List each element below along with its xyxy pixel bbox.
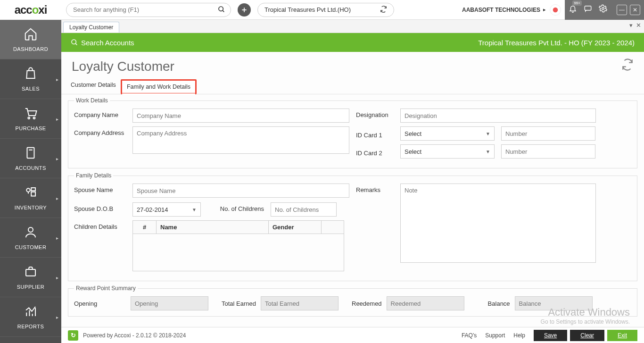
redeemed-input	[387, 296, 464, 310]
inventory-icon	[24, 185, 38, 203]
spouse-dob-picker[interactable]: 27-02-2014▼	[132, 202, 201, 217]
footer-logo-icon: ↻	[68, 330, 78, 341]
designation-label: Designation	[356, 109, 394, 118]
earned-input	[261, 296, 339, 310]
document-tabs: Loyalty Customer ▾ ✕	[61, 20, 644, 33]
work-legend: Work Details	[74, 97, 110, 104]
sidebar-item-dashboard[interactable]: DASHBOARD	[0, 20, 61, 59]
refresh-icon[interactable]	[380, 6, 387, 14]
svg-point-17	[26, 188, 30, 192]
sidebar-item-purchase[interactable]: PURCHASE ▸	[0, 99, 61, 139]
opening-input	[131, 296, 208, 310]
clear-button[interactable]: Clear	[570, 330, 604, 341]
spouse-dob-label: Spouse D.O.B	[74, 202, 126, 212]
search-accounts-button[interactable]: Search Accounts	[71, 39, 134, 47]
family-legend: Family Details	[74, 172, 113, 179]
id1-select[interactable]: Select▼	[400, 126, 495, 141]
bell-icon[interactable]: 99+	[569, 4, 577, 15]
company-name-label: Company Name	[74, 109, 126, 118]
remarks-textarea[interactable]	[400, 184, 596, 263]
tab-family-work-details[interactable]: Family and Work Details	[121, 79, 197, 94]
user-company-label: AABASOFT TECHNOLOGIES	[462, 7, 540, 13]
sync-icon[interactable]	[621, 59, 634, 74]
balance-input	[515, 296, 593, 310]
exit-button[interactable]: Exit	[607, 330, 637, 341]
dropdown-icon[interactable]: ▸	[543, 7, 546, 13]
svg-point-7	[28, 117, 30, 119]
family-details-group: Family Details Spouse Name Remarks Spous…	[68, 172, 637, 281]
company-selected: Tropical Treasures Pvt Ltd.(HO)	[264, 6, 351, 13]
fiscal-year-label: Tropical Treasures Pvt Ltd. - HO (FY 202…	[478, 39, 635, 47]
gear-icon[interactable]	[599, 4, 607, 15]
company-selector[interactable]: Tropical Treasures Pvt Ltd.(HO)	[257, 3, 394, 17]
redeemed-label: Reedemed	[352, 300, 382, 307]
chevron-right-icon: ▸	[56, 275, 58, 280]
minimize-button[interactable]: —	[617, 5, 627, 15]
tab-controls[interactable]: ▾ ✕	[629, 22, 641, 29]
svg-point-4	[553, 7, 558, 12]
col-index: #	[133, 221, 157, 234]
footer: ↻ Powered by Accoxi - 2.0.12 © 2018-2024…	[61, 327, 644, 343]
children-details-label: Children Details	[74, 220, 126, 230]
id2-number-input[interactable]	[501, 144, 595, 159]
svg-rect-21	[26, 269, 35, 276]
chevron-right-icon: ▸	[56, 156, 58, 161]
sidebar-item-reports[interactable]: REPORTS ▸	[0, 297, 61, 337]
sidebar-item-supplier[interactable]: SUPPLIER ▸	[0, 258, 61, 297]
designation-input[interactable]	[400, 109, 596, 123]
user-icon	[24, 225, 38, 243]
id2-select[interactable]: Select▼	[400, 144, 495, 159]
support-link[interactable]: Support	[485, 332, 505, 339]
reward-summary-group: Reward Point Summary Opening Total Earne…	[68, 285, 637, 317]
children-grid: # Name Gender	[132, 220, 344, 271]
id1-number-input[interactable]	[501, 126, 595, 141]
global-search[interactable]	[66, 3, 231, 17]
tab-customer-details[interactable]: Customer Details	[66, 79, 121, 94]
svg-point-26	[72, 40, 76, 44]
tab-loyalty-customer[interactable]: Loyalty Customer	[63, 22, 119, 33]
sidebar-item-sales[interactable]: SALES ▸	[0, 59, 61, 99]
help-link[interactable]: Help	[513, 332, 525, 339]
faqs-link[interactable]: FAQ's	[462, 332, 477, 339]
company-address-input[interactable]	[132, 126, 349, 154]
children-count-input[interactable]	[271, 202, 337, 217]
svg-point-6	[602, 8, 604, 10]
page-title: Loyalty Customer	[72, 59, 174, 74]
chevron-down-icon: ▼	[486, 149, 490, 154]
inner-tabs: Customer Details Family and Work Details	[61, 79, 644, 94]
chevron-right-icon: ▸	[56, 235, 58, 240]
svg-point-20	[28, 227, 33, 232]
reward-legend: Reward Point Summary	[74, 285, 138, 292]
grid-body[interactable]	[133, 234, 344, 271]
sidebar-item-accounts[interactable]: ACCOUNTS ▸	[0, 139, 61, 178]
company-name-input[interactable]	[132, 109, 349, 123]
chat-icon[interactable]	[584, 4, 592, 15]
work-details-group: Work Details Company Name Designation Co…	[68, 97, 637, 168]
id2-label: ID Card 2	[356, 147, 394, 157]
footer-text: Powered by Accoxi - 2.0.12 © 2018-2024	[83, 332, 186, 339]
col-gender: Gender	[269, 221, 322, 234]
chart-icon	[24, 304, 38, 322]
sidebar-item-customer[interactable]: CUSTOMER ▸	[0, 218, 61, 258]
sidebar-item-inventory[interactable]: INVENTORY ▸	[0, 178, 61, 218]
sidebar: DASHBOARD SALES ▸ PURCHASE ▸ ACCOUNTS ▸ …	[0, 20, 61, 343]
context-bar: Search Accounts Tropical Treasures Pvt L…	[61, 33, 644, 52]
avatar[interactable]	[550, 4, 561, 16]
svg-point-8	[33, 117, 35, 119]
search-icon[interactable]	[218, 6, 225, 15]
remarks-label: Remarks	[356, 184, 394, 193]
notif-badge: 99+	[572, 0, 582, 6]
close-button[interactable]: ✕	[630, 5, 640, 15]
add-button[interactable]	[238, 3, 251, 17]
chevron-right-icon: ▸	[56, 195, 58, 201]
chevron-right-icon: ▸	[56, 76, 58, 82]
svg-line-27	[75, 43, 77, 45]
spouse-name-input[interactable]	[132, 184, 349, 198]
opening-label: Opening	[74, 300, 126, 307]
save-button[interactable]: Save	[534, 330, 567, 341]
system-tray: 99+ — ✕	[565, 0, 644, 20]
search-input[interactable]	[66, 3, 231, 17]
col-name: Name	[157, 221, 269, 234]
chevron-down-icon: ▼	[486, 131, 490, 136]
logo: accoxi	[0, 0, 61, 20]
